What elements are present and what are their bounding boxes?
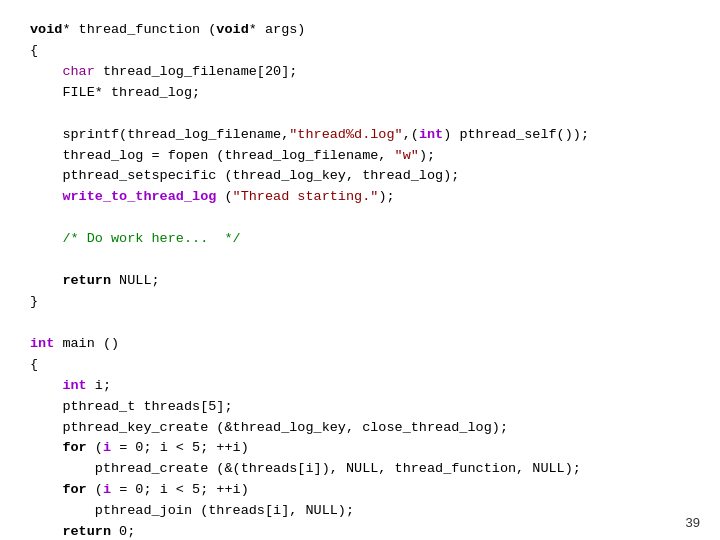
- line-17: {: [30, 357, 38, 372]
- line-11: /* Do work here... */: [30, 231, 241, 246]
- line-2: {: [30, 43, 38, 58]
- line-5: [30, 106, 38, 121]
- line-20: pthread_key_create (&thread_log_key, clo…: [30, 420, 508, 435]
- line-23: for (i = 0; i < 5; ++i): [30, 482, 249, 497]
- line-15: [30, 315, 38, 330]
- line-9: write_to_thread_log ("Thread starting.")…: [30, 189, 395, 204]
- line-1: void* thread_function (void* args): [30, 22, 305, 37]
- line-10: [30, 210, 38, 225]
- line-18: int i;: [30, 378, 111, 393]
- line-25: return 0;: [30, 524, 135, 539]
- line-14: }: [30, 294, 38, 309]
- line-12: [30, 252, 38, 267]
- line-16: int main (): [30, 336, 119, 351]
- line-19: pthread_t threads[5];: [30, 399, 233, 414]
- line-21: for (i = 0; i < 5; ++i): [30, 440, 249, 455]
- slide-container: void* thread_function (void* args) { cha…: [0, 0, 720, 540]
- line-22: pthread_create (&(threads[i]), NULL, thr…: [30, 461, 581, 476]
- line-4: FILE* thread_log;: [30, 85, 200, 100]
- line-8: pthread_setspecific (thread_log_key, thr…: [30, 168, 459, 183]
- line-7: thread_log = fopen (thread_log_filename,…: [30, 148, 435, 163]
- line-13: return NULL;: [30, 273, 160, 288]
- line-6: sprintf(thread_log_filename,"thread%d.lo…: [30, 127, 589, 142]
- code-block: void* thread_function (void* args) { cha…: [30, 20, 690, 540]
- page-number: 39: [686, 515, 700, 530]
- line-24: pthread_join (threads[i], NULL);: [30, 503, 354, 518]
- line-3: char thread_log_filename[20];: [30, 64, 297, 79]
